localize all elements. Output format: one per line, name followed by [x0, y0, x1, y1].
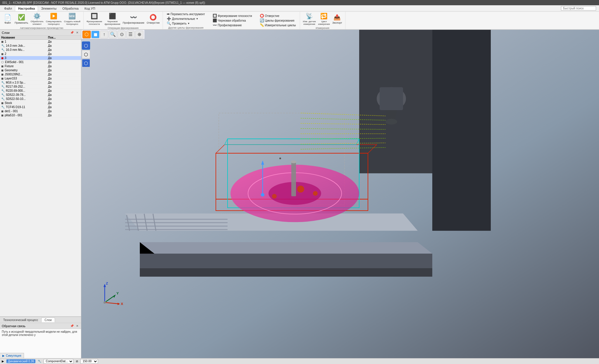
layer-row[interactable]: ◼ Fixture Да	[0, 64, 81, 68]
ribbon-btn-export[interactable]: 📤 Экспорт	[331, 13, 343, 25]
ribbon-btn-hole[interactable]: ⭕ Отверстие	[145, 13, 161, 25]
layer-row-visible: Да	[48, 81, 80, 84]
layer-row[interactable]: 🔧 16.0 mm Mu... Да	[0, 48, 81, 52]
ribbon-item-rough2[interactable]: ⬛ Черновая обработка	[212, 18, 253, 23]
layer-row[interactable]: 🔧 SD522-39-78... Да	[0, 93, 81, 97]
layer-row[interactable]: ◼ det1 - 001 Да	[0, 109, 81, 113]
svg-point-6	[385, 119, 397, 125]
layer-row-name: Geometry	[5, 69, 18, 72]
viewport-3d[interactable]: ⬡ ◼ ↑ 🔍 ⊙ ☰ ⊕ ⬡ ⬡ ⬡	[81, 30, 599, 358]
vp-btn-select[interactable]: ◼	[91, 31, 99, 38]
layer-row-visible: Да	[48, 110, 80, 113]
layer-row-icon: ◼	[1, 56, 4, 60]
rough-mill-icon: ⬛	[108, 12, 116, 20]
ribbon-tabs: Файл Настройка Элементы Обработка Код УП	[0, 5, 599, 12]
feedback-close[interactable]: ✕	[75, 324, 79, 327]
ribbon-btn-meas-cycle[interactable]: 🔁 Циклизмерения	[317, 11, 331, 26]
layer-row[interactable]: ◼ Geometry Да	[0, 68, 81, 72]
layer-row[interactable]: ◼ 1 Да	[0, 40, 81, 44]
svg-line-34	[301, 118, 385, 120]
ribbon-item-check[interactable]: 🔍 Проверить ▼	[166, 21, 206, 26]
quick-search-input[interactable]	[561, 6, 596, 11]
layer-name-cell: 🔧 SD522-39-78...	[1, 93, 48, 96]
svg-marker-24	[216, 153, 368, 199]
zoom-select[interactable]: 150.00	[80, 359, 98, 364]
ribbon-btn-rough-mill[interactable]: ⬛ Черновоефрезерование	[103, 11, 121, 26]
svg-text:Z: Z	[106, 282, 108, 286]
layer-row[interactable]: ◼ 2 Да	[0, 52, 81, 56]
layer-row[interactable]: ◼ plita510 - 001 Да	[0, 113, 81, 117]
layer-row[interactable]: 🔧 M16 x 2.0 Sp... Да	[0, 81, 81, 85]
layers-panel-title: Слои	[2, 31, 10, 34]
tab-elements[interactable]: Элементы	[38, 6, 59, 11]
ribbon-item-measure-cycles[interactable]: 📏 Измерительные циклы	[259, 23, 297, 27]
layer-row[interactable]: 🔧 TCF45 D19-11 Да	[0, 105, 81, 109]
ribbon-item-additional[interactable]: ➕ Дополнительные ▼	[166, 16, 206, 21]
layers-panel-pin[interactable]: 📌	[69, 31, 75, 34]
ribbon-btn-profile-label: Профилирование	[123, 21, 144, 24]
svg-line-18	[135, 214, 138, 231]
tab-file[interactable]: Файл	[1, 6, 15, 11]
bottom-sim-tab[interactable]: ▶ Симуляция	[0, 353, 24, 358]
layer-row-icon: 🔧	[1, 85, 5, 88]
ribbon-toolbar: 📄 Файл ✅ Применить ⚙️ Обработатьэлемент …	[0, 12, 599, 30]
ribbon-btn-profile[interactable]: 〰️ Профилирование	[122, 13, 146, 25]
status-dynamic[interactable]: Динамический 0.36	[6, 359, 35, 363]
component-select[interactable]: ComponentDat...	[44, 359, 73, 364]
ribbon-btn-file-label: Файл	[4, 21, 11, 24]
vp-btn-add[interactable]: ⊕	[135, 31, 143, 38]
ribbon-btn-apply[interactable]: ✅ Применить	[13, 13, 30, 25]
svg-rect-0	[81, 30, 599, 358]
ribbon-item-mill-plane2-label: Фрезерование плоскости	[218, 14, 252, 18]
side-btn-cube1[interactable]: ⬡	[82, 41, 90, 50]
ribbon-item-hole2[interactable]: ⭕ Отверстие	[259, 13, 297, 18]
tab-obrabotka[interactable]: Обработка	[59, 6, 81, 11]
layer-row[interactable]: ◼ Stock Да	[0, 101, 81, 105]
layer-row[interactable]: ◼ 3 Да	[0, 56, 81, 60]
ribbon-btn-mill-plane[interactable]: 🔲 Фрезерованиеплоскости	[85, 11, 104, 26]
layer-row[interactable]: 🔧 R220.69-000... Да	[0, 89, 81, 93]
svg-line-33	[301, 113, 385, 116]
vp-btn-orbit[interactable]: ⊙	[118, 31, 126, 38]
layer-row-visible: Да	[48, 97, 80, 100]
ribbon-btn-create-new[interactable]: 🆕 Создать новыйтехпроцесс	[63, 11, 82, 26]
vp-btn-menu[interactable]: ☰	[126, 31, 135, 38]
layer-row[interactable]: ⬡ EWSolid - 001 Да	[0, 60, 81, 64]
layer-row-visible: Да	[48, 48, 80, 51]
layer-name-cell: 🔧 R220.69-000...	[1, 89, 48, 92]
layer-name-cell: 🔧 M16 x 2.0 Sp...	[1, 81, 48, 84]
svg-marker-23	[216, 199, 368, 211]
layers-panel-close[interactable]: ✕	[75, 31, 79, 34]
ribbon-item-mill-cycles[interactable]: 🔄 Циклы фрезерования	[259, 18, 297, 23]
ribbon-btn-file[interactable]: 📄 Файл	[2, 13, 13, 25]
layer-row[interactable]: 🔧 14.0 mm Job... Да	[0, 44, 81, 48]
process-elem-icon: ⚙️	[33, 12, 41, 20]
layer-row[interactable]: 🔧 SD522-50-10... Да	[0, 97, 81, 101]
ribbon-item-move-tool[interactable]: ➡ Переместить инструмент	[166, 12, 206, 16]
vp-btn-arrow-up[interactable]: ↑	[100, 31, 108, 38]
tab-layers[interactable]: Слои	[41, 318, 55, 322]
wrench-icon: 🔧	[38, 360, 41, 363]
ribbon-btn-process-elem[interactable]: ⚙️ Обработатьэлемент	[30, 11, 45, 26]
layer-name-cell: 🔧 TCF45 D19-11	[1, 105, 48, 109]
vp-btn-orange[interactable]: ⬡	[82, 31, 91, 38]
tab-kod[interactable]: Код УП	[82, 6, 98, 11]
dynamic-badge[interactable]: Динамический 0.36	[6, 359, 35, 363]
feedback-pin[interactable]: 📌	[69, 324, 75, 327]
tab-techprocess[interactable]: Технологический процесс	[0, 318, 41, 323]
layer-row-visible: Да	[48, 73, 80, 76]
layer-row[interactable]: ◼ JS00139N2... Да	[0, 72, 81, 77]
ribbon-btn-simulate[interactable]: ▶️ Симулироватьтекпроцесс	[45, 11, 63, 26]
side-btn-cube2[interactable]: ⬡	[82, 50, 90, 58]
layer-row[interactable]: 🔧 R217.69-252... Да	[0, 85, 81, 89]
tab-nastrojka[interactable]: Настройка	[15, 6, 38, 11]
svg-line-17	[127, 215, 130, 231]
mill-plane2-icon: 🔲	[213, 14, 217, 18]
layer-name-cell: ◼ Stock	[1, 101, 48, 105]
ribbon-item-profile2[interactable]: 〰️ Профилирование	[212, 23, 253, 27]
side-btn-cube3[interactable]: ⬡	[82, 59, 90, 67]
vp-btn-zoom[interactable]: 🔍	[109, 31, 117, 38]
ribbon-item-mill-plane2[interactable]: 🔲 Фрезерование плоскости	[212, 13, 253, 18]
layer-row[interactable]: ◼ Layer153 Да	[0, 77, 81, 81]
ribbon-btn-sensor[interactable]: 📡 Изм. датчикизмерения	[302, 11, 317, 26]
